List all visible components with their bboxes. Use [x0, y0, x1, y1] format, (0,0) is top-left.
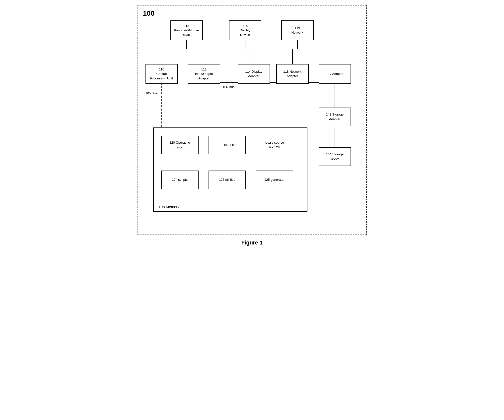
storage-device-box: 144 Storage Device	[319, 147, 351, 166]
scripts-label: 124 scripts	[172, 178, 188, 182]
network-adapter-box: 118 Network Adapter	[276, 64, 309, 84]
input-file-box: 122 input file	[209, 136, 246, 154]
memory-box: 120 Operating System 122 input file loca…	[153, 127, 307, 212]
utilities-label: 126 utilities	[219, 178, 235, 182]
locale-source-label: locale source file 128	[265, 140, 284, 149]
display-adapter-label: 114 Display Adapter	[245, 69, 262, 78]
display-device-label: 115 Display Device	[240, 24, 250, 37]
keyboard-mouse-label: 113 Keyboard/Mouse Device	[174, 24, 199, 37]
storage-adapter-label: 142 Storage Adapter	[326, 112, 344, 121]
cpu-label: 110 Central Processing Unit	[150, 67, 173, 81]
io-adapter-label: 112 Input/Output Adapter	[195, 67, 213, 81]
display-adapter-box: 114 Display Adapter	[238, 64, 270, 84]
generator-label: 125 generator	[264, 178, 285, 182]
generator-box: 125 generator	[256, 171, 293, 189]
cpu-box: 110 Central Processing Unit	[145, 64, 178, 84]
diagram-label: 100	[143, 9, 155, 17]
bus-106-label: 106 Bus	[223, 85, 235, 89]
bus-105-label: 105 Bus	[145, 91, 157, 95]
figure-caption: Figure 1	[241, 240, 263, 246]
memory-label: 108 Memory	[159, 205, 179, 209]
storage-adapter-box: 142 Storage Adapter	[319, 108, 351, 126]
outer-diagram-container: 100	[138, 5, 367, 235]
keyboard-mouse-box: 113 Keyboard/Mouse Device	[170, 20, 203, 40]
network-label: 119 Network	[291, 26, 303, 35]
io-adapter-box: 112 Input/Output Adapter	[188, 64, 220, 84]
adapter-117-label: 117 Adapter	[326, 72, 343, 76]
locale-source-box: locale source file 128	[256, 136, 293, 154]
input-file-label: 122 input file	[218, 143, 236, 147]
network-adapter-label: 118 Network Adapter	[283, 69, 301, 78]
network-box: 119 Network	[281, 20, 314, 40]
os-label: 120 Operating System	[169, 140, 190, 149]
diagram-area: 113 Keyboard/Mouse Device 115 Display De…	[145, 20, 360, 225]
os-box: 120 Operating System	[161, 136, 199, 154]
utilities-box: 126 utilities	[209, 171, 246, 189]
storage-device-label: 144 Storage Device	[326, 152, 344, 161]
adapter-117-box: 117 Adapter	[319, 64, 351, 84]
scripts-box: 124 scripts	[161, 171, 199, 189]
display-device-box: 115 Display Device	[229, 20, 261, 40]
